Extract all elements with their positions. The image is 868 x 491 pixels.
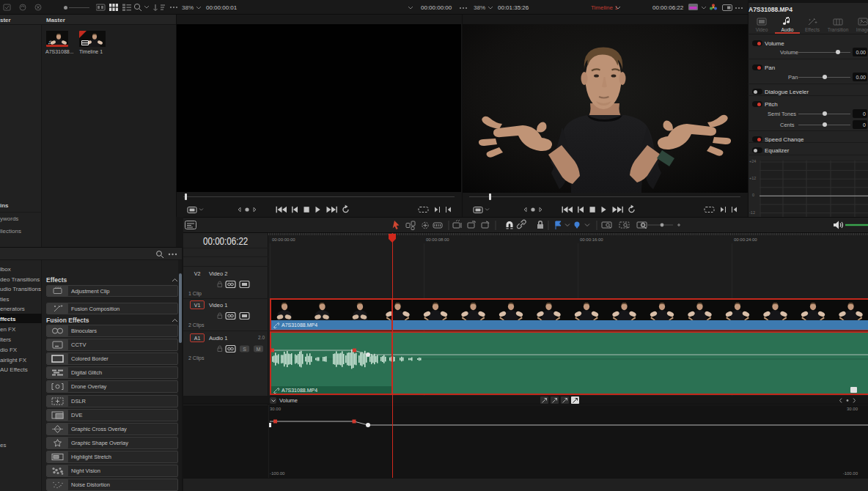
svg-text:M: M [257, 347, 261, 352]
svg-text:S: S [243, 347, 246, 352]
